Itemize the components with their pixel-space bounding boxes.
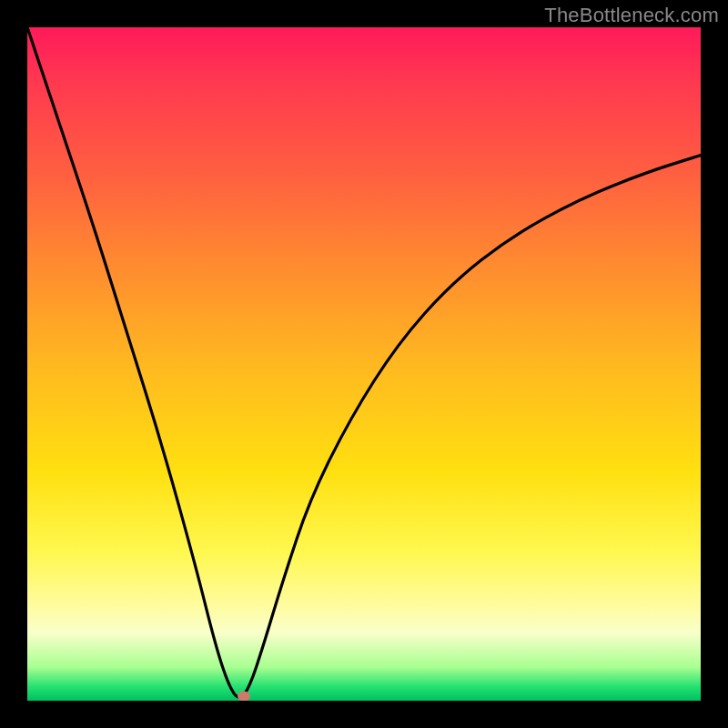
optimal-point-marker	[238, 691, 250, 701]
bottleneck-curve	[27, 27, 701, 701]
plot-area	[27, 27, 701, 701]
chart-frame: TheBottleneck.com	[0, 0, 728, 728]
watermark-label: TheBottleneck.com	[544, 4, 719, 27]
